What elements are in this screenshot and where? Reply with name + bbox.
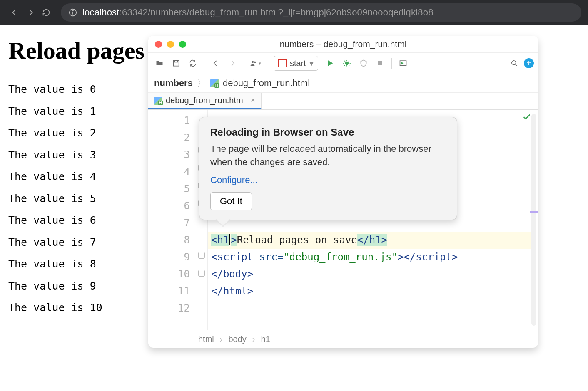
editor-tab[interactable]: debug_from_run.html × [148,93,262,109]
close-tab-icon[interactable]: × [251,96,255,105]
url-text: localhost:63342/numbers/debug_from_run.h… [82,7,434,18]
hint-popup: Reloading in Browser on Save The page wi… [199,117,457,220]
ide-title: numbers – debug_from_run.html [280,39,407,49]
code-with-me-icon[interactable]: ▾ [248,56,262,70]
run-config-selector[interactable]: start ▾ [274,56,318,71]
scroll-mark [530,211,538,213]
open-icon[interactable] [152,56,167,70]
debug-button[interactable] [340,56,354,70]
html-file-icon [154,97,162,105]
configure-link[interactable]: Configure... [210,175,258,185]
html-runner-icon [278,59,287,67]
search-icon[interactable] [507,56,521,70]
back-button[interactable] [7,5,22,20]
editor-scrollbar[interactable] [531,114,536,326]
address-bar[interactable]: localhost:63342/numbers/debug_from_run.h… [61,3,581,22]
svg-point-5 [254,62,256,63]
fold-handle-icon[interactable] [198,270,205,277]
html-file-icon [210,79,219,87]
ide-titlebar[interactable]: numbers – debug_from_run.html [148,36,538,53]
editor-tab-bar: debug_from_run.html × [148,93,538,110]
stop-button[interactable] [373,56,387,70]
crumb-file[interactable]: debug_from_run.html [223,78,310,89]
svg-rect-3 [173,60,179,66]
popup-body: The page will be reloaded automatically … [210,142,446,169]
popup-title: Reloading in Browser on Save [210,126,446,138]
svg-point-4 [252,61,254,63]
svg-rect-7 [378,61,382,65]
reload-button[interactable] [38,5,54,20]
inspection-ok-icon[interactable] [522,112,531,121]
coverage-button[interactable] [356,56,371,70]
forward-button[interactable] [22,5,38,20]
fold-handle-icon[interactable] [198,252,205,259]
ide-toolbar: ▾ start ▾ [148,53,538,74]
save-icon[interactable] [169,56,183,70]
structure-crumb[interactable]: html [198,334,214,344]
browser-toolbar: localhost:63342/numbers/debug_from_run.h… [0,0,588,25]
run-window-icon[interactable] [396,56,410,70]
chevron-down-icon: ▾ [309,58,314,68]
sync-icon[interactable] [186,56,200,70]
crumb-project[interactable]: numbers [154,78,193,89]
navigation-bar[interactable]: numbers 〉 debug_from_run.html [148,74,538,93]
code-line-10[interactable]: </body> [211,266,538,283]
code-line-9[interactable]: <script src="debug_from_run.js"></script… [211,249,538,266]
nav-forward-icon[interactable] [225,56,239,70]
minimize-window-icon[interactable] [167,41,174,48]
svg-point-9 [512,61,516,65]
got-it-button[interactable]: Got It [210,192,252,210]
run-button[interactable] [323,56,337,70]
code-line-11[interactable]: </html> [211,283,538,300]
structure-crumb[interactable]: h1 [261,334,270,344]
code-line-8[interactable]: <h1>Reload pages on save</h1> [208,232,535,249]
info-icon [68,8,77,17]
close-window-icon[interactable] [155,41,162,48]
run-config-label: start [290,59,306,68]
tab-label: debug_from_run.html [166,96,245,105]
zoom-window-icon[interactable] [179,41,186,48]
structure-breadcrumb[interactable]: html › body › h1 [148,330,538,348]
svg-point-2 [72,10,73,11]
nav-back-icon[interactable] [209,56,223,70]
update-available-icon[interactable] [524,58,534,68]
structure-crumb[interactable]: body [228,334,246,344]
chevron-right-icon: 〉 [197,77,206,89]
svg-point-6 [345,62,349,65]
